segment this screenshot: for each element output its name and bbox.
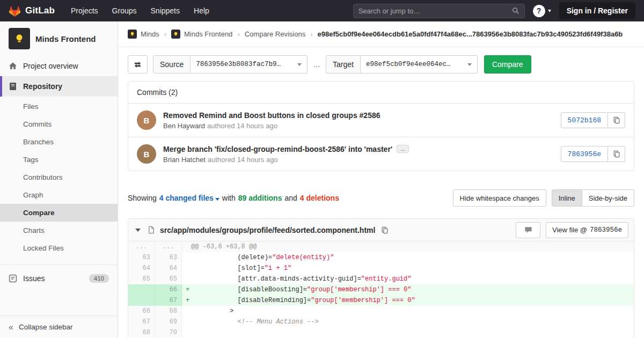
lightbulb-icon [13, 33, 25, 45]
clipboard-icon [613, 116, 620, 124]
diff-new-line-number[interactable]: ... [155, 241, 182, 252]
copy-sha-button[interactable] [608, 112, 625, 128]
diff-old-line-number[interactable]: 65 [128, 274, 155, 284]
search-input[interactable] [358, 7, 512, 15]
nav-link[interactable]: Projects [71, 6, 98, 15]
diff-old-line-number[interactable]: ... [128, 241, 155, 252]
sidebar-repo-subitem[interactable]: Graph [0, 186, 118, 204]
diff-old-line-number[interactable] [128, 284, 155, 295]
toggle-comments-button[interactable] [516, 222, 540, 238]
changed-files-dropdown[interactable]: 4 changed files [159, 194, 219, 202]
diff-new-line-number[interactable]: 68 [155, 306, 182, 317]
commit-sha-group: 7863956e [561, 146, 625, 162]
nav-link[interactable]: Groups [112, 6, 137, 15]
hide-whitespace-button[interactable]: Hide whitespace changes [453, 189, 546, 207]
inline-view-button[interactable]: Inline [552, 189, 582, 207]
breadcrumb-separator: › [310, 30, 312, 38]
diff-new-line-number[interactable]: 66 [155, 284, 182, 295]
breadcrumb-project[interactable]: Minds Frontend [171, 30, 232, 39]
diff-code-text: > [191, 307, 233, 315]
sidebar-repo-subitem[interactable]: Branches [0, 133, 118, 151]
view-file-sha: 7863956e [590, 226, 622, 234]
diff-table: ... ... @@ -63,6 +63,8 @@ 63 63 (delete)… [128, 241, 634, 338]
commit-title: Removed Remind and Boost buttons in clos… [163, 111, 554, 120]
gitlab-brand[interactable]: GitLab [9, 5, 55, 17]
diff-old-line-number[interactable] [128, 295, 155, 306]
changed-files-label: 4 changed files [159, 194, 214, 202]
project-context-header[interactable]: Minds Frontend [0, 21, 118, 56]
source-ref-dropdown[interactable]: 7863956e3b8083fac7b9… [191, 55, 308, 74]
commit-title-link[interactable]: Merge branch 'fix/closed-group-remind-bo… [163, 145, 392, 153]
breadcrumb-section[interactable]: Compare Revisions [245, 30, 305, 38]
commit-description-expander[interactable]: ... [397, 145, 409, 153]
diff-old-line-number[interactable]: 63 [128, 252, 155, 263]
diff-new-line-number[interactable]: 69 [155, 317, 182, 327]
diff-line-marker: + [184, 295, 191, 306]
sidebar-item-project-overview[interactable]: Project overview [0, 56, 118, 76]
copy-file-path-button[interactable] [380, 225, 390, 235]
help-menu[interactable]: ? [533, 5, 551, 17]
target-ref-dropdown[interactable]: e98ef5cb0f9e4ee064ec… [361, 55, 478, 74]
diff-code-text: [disableBoosting]="group['membership'] =… [191, 286, 411, 293]
commit-list: B Removed Remind and Boost buttons in cl… [128, 104, 634, 171]
diff-old-line-number[interactable]: 66 [128, 306, 155, 317]
diff-old-line-number[interactable]: 68 [128, 327, 155, 338]
commit-author-link[interactable]: Brian Hatchet [163, 156, 206, 164]
compare-form: Source 7863956e3b8083fac7b9… ... Target … [118, 47, 644, 81]
collapse-diff-icon[interactable] [135, 229, 141, 232]
commits-panel: Commits (2) B Removed Remind and Boost b… [128, 81, 634, 171]
diff-new-line-number[interactable]: 65 [155, 274, 182, 284]
diff-old-line-number[interactable]: 67 [128, 317, 155, 327]
side-by-side-view-button[interactable]: Side-by-side [582, 189, 634, 207]
nav-link[interactable]: Snippets [151, 6, 180, 15]
diff-new-line-number[interactable]: 64 [155, 263, 182, 274]
sidebar-repo-subitem[interactable]: Compare [0, 204, 118, 222]
diff-file-panel: src/app/modules/groups/profile/feed/sort… [128, 218, 634, 338]
breadcrumb-separator: › [164, 30, 166, 38]
group-avatar [128, 30, 137, 39]
commit-short-sha[interactable]: 7863956e [561, 146, 608, 162]
diff-mode-toggle: Inline Side-by-side [552, 189, 634, 207]
diff-code-text: [attr.data-minds-activity-guid]="entity.… [191, 275, 411, 283]
commit-title-link[interactable]: Removed Remind and Boost buttons in clos… [163, 111, 380, 120]
user-avatar[interactable]: B [137, 144, 156, 164]
compare-button[interactable]: Compare [484, 55, 531, 74]
collapse-sidebar-button[interactable]: « Collapse sidebar [0, 315, 118, 338]
sidebar-repo-subitem[interactable]: Contributors [0, 168, 118, 186]
commit-short-sha[interactable]: 5072b168 [561, 112, 608, 128]
sidebar-repo-subitem[interactable]: Locked Files [0, 239, 118, 257]
sign-in-register-button[interactable]: Sign in / Register [559, 2, 635, 19]
sidebar-repo-subitem[interactable]: Commits [0, 115, 118, 133]
swap-revisions-button[interactable] [128, 55, 148, 74]
sidebar-repo-subitem[interactable]: Tags [0, 151, 118, 168]
diff-new-line-number[interactable]: 70 [155, 327, 182, 338]
sidebar-repo-subitem[interactable]: Charts [0, 222, 118, 239]
diff-new-line-number[interactable]: 67 [155, 295, 182, 306]
file-icon [147, 226, 155, 234]
diff-new-line-number[interactable]: 63 [155, 252, 182, 263]
global-search[interactable] [353, 4, 525, 18]
diff-line: 63 63 (delete)="delete(entity)" [128, 252, 634, 263]
diff-line: 65 65 [attr.data-minds-activity-guid]="e… [128, 274, 634, 284]
diff-line: 66 68 > [128, 306, 634, 317]
diff-line: 67 69 <!-- Menu Actions --> [128, 317, 634, 327]
commit-author-link[interactable]: Ben Hayward [163, 122, 205, 130]
sidebar-item-issues[interactable]: Issues 410 [0, 268, 118, 289]
breadcrumb: Minds › Minds Frontend › Compare Revisio… [118, 21, 644, 47]
user-avatar[interactable]: B [137, 111, 156, 130]
view-file-button[interactable]: View file @ 7863956e [546, 222, 628, 238]
diff-old-line-number[interactable]: 64 [128, 263, 155, 274]
diff-line-marker [184, 274, 191, 284]
source-label: Source [153, 55, 191, 74]
sidebar-item-label: Repository [23, 82, 62, 91]
chevron-down-icon [467, 63, 472, 66]
nav-link[interactable]: Help [194, 6, 209, 15]
diff-line: 68 70 [128, 327, 634, 338]
breadcrumb-group[interactable]: Minds [128, 30, 159, 39]
sidebar-item-repository[interactable]: Repository [0, 76, 118, 97]
commit-meta: Ben Haywardauthored 14 hours ago [163, 122, 554, 130]
sidebar-repo-subitem[interactable]: Files [0, 98, 118, 115]
copy-sha-button[interactable] [608, 146, 625, 162]
diff-code: [slot]="i + 1" [182, 263, 634, 274]
diff-code: (delete)="delete(entity)" [182, 252, 634, 263]
